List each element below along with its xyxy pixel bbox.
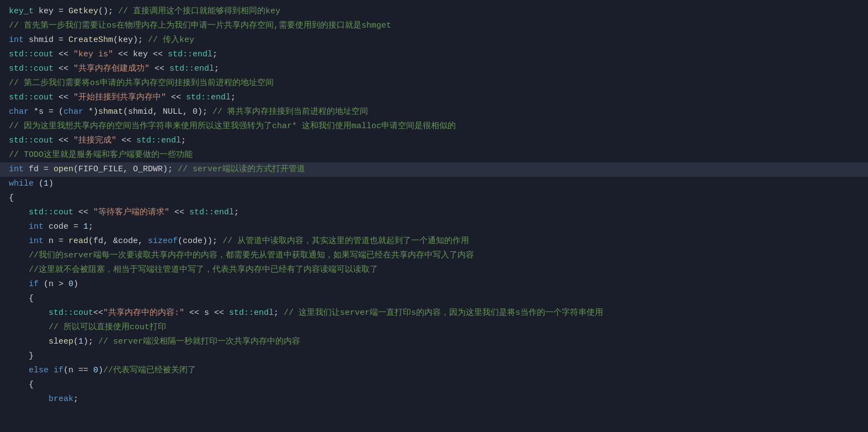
code-token: Getkey	[68, 4, 98, 19]
code-line: std::cout << "开始挂接到共享内存中" << std::endl;	[0, 91, 868, 105]
code-token: shmid =	[24, 33, 68, 48]
code-token: );	[83, 335, 98, 349]
code-token: << key <<	[113, 48, 168, 62]
code-token: ;	[73, 392, 78, 407]
code-token: <<	[73, 206, 93, 220]
code-token: //这里就不会被阻塞，相当于写端往管道中写了，代表共享内存中已经有了内容读端可以…	[29, 263, 378, 277]
code-token: std::endl	[186, 91, 231, 105]
code-token: int	[29, 220, 44, 234]
code-token: // 首先第一步我们需要让os在物理内存上为我们申请一片共享内存空间,需要使用到…	[9, 19, 391, 33]
code-token: int	[9, 33, 24, 48]
code-token	[9, 335, 49, 349]
code-line: // 首先第一步我们需要让os在物理内存上为我们申请一片共享内存空间,需要使用到…	[0, 19, 868, 33]
code-token: std::endl	[169, 62, 214, 76]
code-token: // 传入key	[148, 33, 194, 48]
code-token	[9, 378, 29, 392]
code-line: int fd = open(FIFO_FILE, O_RDWR); // ser…	[0, 162, 868, 177]
code-token: 1	[44, 177, 49, 191]
code-token	[9, 206, 29, 220]
code-token: <<	[166, 91, 186, 105]
code-token: // 第二步我们需要将os申请的共享内存空间挂接到当前进程的地址空间	[9, 76, 274, 91]
code-token: "key is"	[73, 48, 113, 62]
code-token: <<	[54, 62, 73, 76]
code-token: std::endl	[136, 134, 181, 148]
code-token: ;	[214, 62, 219, 76]
code-token: // 将共享内存挂接到当前进程的地址空间	[212, 105, 368, 119]
code-token: "开始挂接到共享内存中"	[73, 91, 166, 105]
code-token: ;	[231, 91, 236, 105]
code-token: 1	[78, 335, 83, 349]
code-token: open	[54, 162, 73, 177]
code-token: key_t	[9, 4, 34, 19]
code-token: std::cout	[29, 206, 73, 220]
code-line: //这里就不会被阻塞，相当于写端往管道中写了，代表共享内存中已经有了内容读端可以…	[0, 263, 868, 277]
code-line: else if(n == 0)//代表写端已经被关闭了	[0, 363, 868, 378]
code-line: //我们的server端每一次要读取共享内存中的内容，都需要先从管道中获取通知，…	[0, 249, 868, 263]
code-token: std::endl	[189, 206, 234, 220]
code-token: // 直接调用这个接口就能够得到相同的key	[118, 4, 280, 19]
code-token: n =	[44, 234, 68, 249]
code-token: )	[98, 363, 103, 378]
code-token: break	[49, 392, 73, 407]
code-token: shmat	[98, 105, 123, 119]
code-line: int n = read(fd, &code, sizeof(code)); /…	[0, 234, 868, 249]
code-token: std::cout	[9, 62, 54, 76]
code-line: {	[0, 378, 868, 392]
code-token: int	[29, 234, 44, 249]
code-token: char	[9, 105, 29, 119]
code-token: "共享内存创建成功"	[73, 62, 150, 76]
code-token: // server端以读的方式打开管道	[178, 162, 305, 177]
code-token: <<	[93, 306, 103, 320]
code-token: ();	[98, 4, 118, 19]
code-line: }	[0, 349, 868, 363]
code-token: {	[29, 378, 34, 392]
code-token: if	[29, 277, 39, 292]
code-token: code =	[44, 220, 83, 234]
code-token: (fd, &code,	[88, 234, 148, 249]
code-token: }	[29, 349, 34, 363]
code-token: int	[9, 162, 24, 177]
code-token: *s = (	[29, 105, 63, 119]
code-line: sleep(1); // server端没相隔一秒就打印一次共享内存中的内容	[0, 335, 868, 349]
code-token: if	[54, 363, 63, 378]
code-token: // TODO这里就是服务端和客户端要做的一些功能	[9, 148, 193, 162]
code-token: 0	[68, 277, 73, 292]
code-line: std::cout << "共享内存创建成功" << std::endl;	[0, 62, 868, 76]
code-token: <<	[54, 91, 73, 105]
code-token: ;	[212, 48, 217, 62]
code-token: key =	[34, 4, 68, 19]
code-line: char *s = (char *)shmat(shmid, NULL, 0);…	[0, 105, 868, 119]
code-token: std::cout	[9, 91, 54, 105]
code-token: ;	[181, 134, 186, 148]
code-line: std::cout << "key is" << key << std::end…	[0, 48, 868, 62]
code-token: ;	[274, 306, 284, 320]
code-token: <<	[54, 134, 73, 148]
code-token: 0	[93, 363, 98, 378]
code-token: <<	[169, 206, 189, 220]
code-line: while (1)	[0, 177, 868, 191]
code-line: std::cout << "挂接完成" << std::endl;	[0, 134, 868, 148]
code-token: "共享内存中的内容:"	[103, 306, 184, 320]
code-token	[9, 320, 49, 335]
code-token	[9, 220, 29, 234]
code-token	[9, 234, 29, 249]
code-token: ;	[88, 220, 93, 234]
code-token: <<	[150, 62, 169, 76]
code-token: *)	[83, 105, 98, 119]
code-line: break;	[0, 392, 868, 407]
code-token: (n ==	[63, 363, 93, 378]
code-line: {	[0, 292, 868, 306]
code-token: // server端没相隔一秒就打印一次共享内存中的内容	[98, 335, 300, 349]
code-token: (shmid, NULL, 0);	[123, 105, 212, 119]
code-token: (	[34, 177, 44, 191]
code-line: // 第二步我们需要将os申请的共享内存空间挂接到当前进程的地址空间	[0, 76, 868, 91]
code-token: sizeof	[148, 234, 178, 249]
code-token: // 所以可以直接使用cout打印	[49, 320, 166, 335]
code-token: (n >	[39, 277, 68, 292]
code-token: while	[9, 177, 34, 191]
code-token: 1	[83, 220, 88, 234]
code-token: (key);	[113, 33, 148, 48]
code-token: // 从管道中读取内容，其实这里的管道也就起到了一个通知的作用	[222, 234, 469, 249]
code-token	[9, 392, 49, 407]
code-line: int shmid = CreateShm(key); // 传入key	[0, 33, 868, 48]
